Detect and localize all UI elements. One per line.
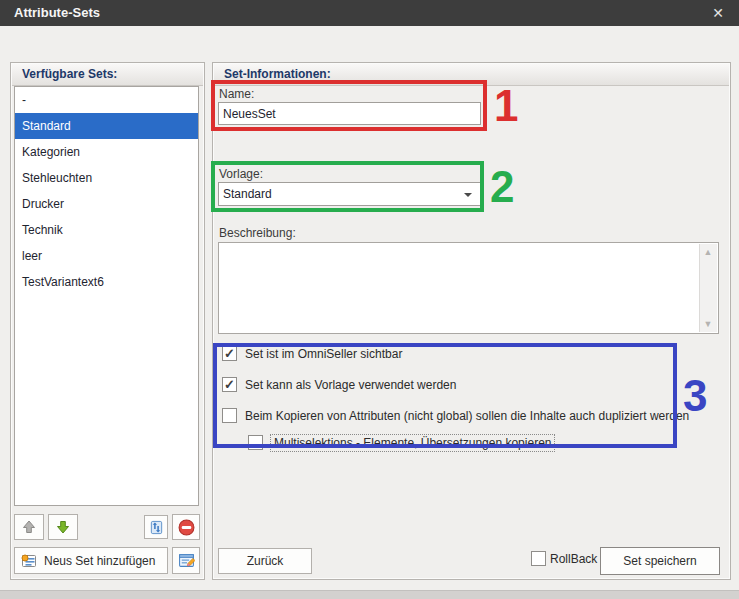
rollback-label: RollBack: [550, 552, 597, 566]
edit-set-button[interactable]: [172, 547, 200, 574]
rollback-checkbox[interactable]: [531, 551, 546, 566]
titlebar: Attribute-Sets ✕: [0, 0, 739, 26]
scroll-down-icon[interactable]: ▼: [700, 316, 716, 332]
checkbox-omniseller-visible[interactable]: ✓: [222, 346, 237, 361]
list-item[interactable]: Drucker: [15, 191, 198, 217]
sets-list[interactable]: - Standard Kategorien Stehleuchten Druck…: [14, 86, 199, 506]
checkbox-multiselect-copy[interactable]: [248, 435, 263, 450]
checkbox-use-as-template[interactable]: ✓: [222, 377, 237, 392]
back-button-label: Zurück: [247, 554, 284, 568]
list-item[interactable]: leer: [15, 243, 198, 269]
back-button[interactable]: Zurück: [218, 548, 312, 574]
list-item[interactable]: Standard: [15, 113, 198, 139]
window-title: Attribute-Sets: [14, 5, 100, 20]
checkbox-omniseller-visible-label: Set ist im OmniSeller sichtbar: [245, 347, 402, 361]
available-sets-header-label: Verfügbare Sets:: [22, 67, 117, 81]
add-set-button[interactable]: Neus Set hinzufügen: [14, 547, 168, 574]
sync-document-icon: [149, 520, 164, 535]
set-information-header: Set-Informationen:: [214, 64, 729, 86]
beschreibung-textarea[interactable]: ▲ ▼: [218, 242, 719, 334]
checkbox-use-as-template-label: Set kann als Vorlage verwendet werden: [245, 378, 456, 392]
save-set-button-label: Set speichern: [623, 554, 696, 568]
list-item[interactable]: Stehleuchten: [15, 165, 198, 191]
set-information-header-label: Set-Informationen:: [224, 67, 331, 81]
up-arrow-icon: [21, 519, 37, 535]
save-set-button[interactable]: Set speichern: [600, 547, 720, 575]
add-set-button-label: Neus Set hinzufügen: [44, 554, 155, 568]
vorlage-selected-value: Standard: [223, 187, 272, 201]
close-icon[interactable]: ✕: [705, 3, 731, 23]
list-item[interactable]: -: [15, 87, 198, 113]
list-item[interactable]: Technik: [15, 217, 198, 243]
checkbox-duplicate-contents[interactable]: [222, 408, 237, 423]
checkbox-duplicate-contents-label: Beim Kopieren von Attributen (nicht glob…: [245, 409, 689, 423]
scroll-up-icon[interactable]: ▲: [700, 244, 716, 260]
form-new-icon: [21, 553, 37, 569]
vorlage-label: Vorlage:: [219, 167, 263, 181]
chevron-down-icon: [464, 193, 472, 197]
vorlage-dropdown[interactable]: Standard: [218, 182, 481, 206]
list-item[interactable]: TestVariantext6: [15, 269, 198, 295]
list-item[interactable]: Kategorien: [15, 139, 198, 165]
available-sets-header: Verfügbare Sets:: [12, 64, 203, 86]
down-arrow-icon: [55, 519, 71, 535]
attribute-sets-dialog: Attribute-Sets ✕ Verfügbare Sets: - Stan…: [0, 0, 739, 599]
remove-circle-icon: [178, 519, 195, 536]
form-edit-pencil-icon: [178, 552, 195, 569]
remove-set-button[interactable]: [172, 514, 200, 540]
checkbox-multiselect-copy-label: Multiselektions - Elemente, Übersetzunge…: [270, 434, 555, 452]
name-input[interactable]: [218, 102, 481, 125]
move-up-button[interactable]: [14, 514, 44, 540]
name-label: Name:: [219, 87, 254, 101]
window-bottom-edge: [0, 590, 739, 599]
sync-set-button[interactable]: [144, 515, 168, 539]
beschreibung-scrollbar[interactable]: ▲ ▼: [699, 244, 717, 332]
move-down-button[interactable]: [48, 514, 78, 540]
beschreibung-label: Beschreibung:: [219, 226, 296, 240]
